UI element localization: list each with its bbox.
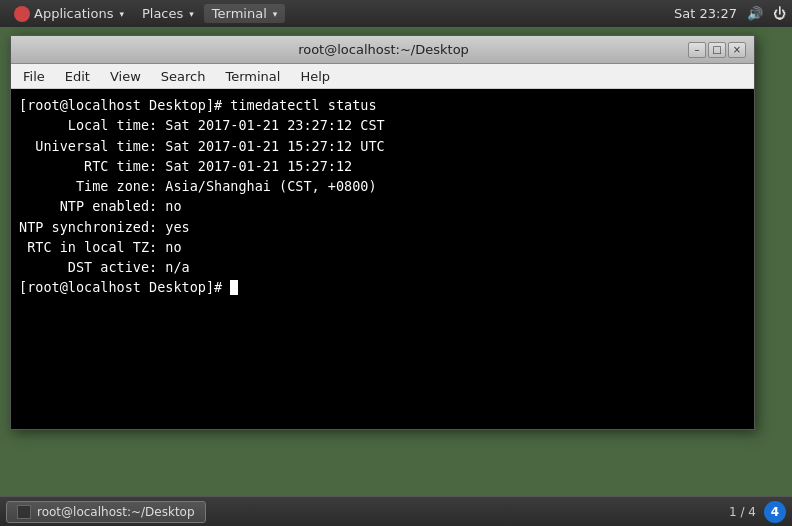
- close-button[interactable]: ×: [728, 42, 746, 58]
- terminal-label: Terminal: [212, 6, 267, 21]
- menu-edit[interactable]: Edit: [57, 67, 98, 86]
- menu-help[interactable]: Help: [292, 67, 338, 86]
- terminal-title: root@localhost:~/Desktop: [79, 42, 688, 57]
- power-icon[interactable]: ⏻: [773, 6, 786, 21]
- places-menu-button[interactable]: Places ▾: [134, 4, 202, 23]
- minimize-button[interactable]: –: [688, 42, 706, 58]
- taskbar: root@localhost:~/Desktop 1 / 4 4: [0, 496, 792, 526]
- volume-icon[interactable]: 🔊: [747, 6, 763, 21]
- top-bar-left: Applications ▾ Places ▾ Terminal ▾: [6, 4, 285, 24]
- menu-search[interactable]: Search: [153, 67, 214, 86]
- taskbar-terminal-icon: [17, 505, 31, 519]
- terminal-content[interactable]: [root@localhost Desktop]# timedatectl st…: [11, 89, 754, 429]
- taskbar-right: 1 / 4 4: [729, 501, 786, 523]
- top-bar-right: Sat 23:27 🔊 ⏻: [674, 6, 786, 21]
- taskbar-item-label: root@localhost:~/Desktop: [37, 505, 195, 519]
- datetime-display: Sat 23:27: [674, 6, 737, 21]
- terminal-menu-button[interactable]: Terminal ▾: [204, 4, 285, 23]
- applications-chevron: ▾: [119, 9, 124, 19]
- terminal-title-bar: root@localhost:~/Desktop – □ ×: [11, 36, 754, 64]
- close-icon: ×: [733, 44, 741, 55]
- terminal-line-0: [root@localhost Desktop]# timedatectl st…: [19, 95, 746, 115]
- maximize-icon: □: [712, 44, 721, 55]
- menu-terminal[interactable]: Terminal: [217, 67, 288, 86]
- terminal-cursor: [230, 280, 238, 295]
- terminal-line-3: RTC time: Sat 2017-01-21 15:27:12: [19, 156, 746, 176]
- terminal-line-1: Local time: Sat 2017-01-21 23:27:12 CST: [19, 115, 746, 135]
- places-label: Places: [142, 6, 183, 21]
- terminal-menu-bar: File Edit View Search Terminal Help: [11, 64, 754, 89]
- badge-count: 4: [771, 505, 779, 519]
- window-controls: – □ ×: [688, 42, 746, 58]
- terminal-prompt-line: [root@localhost Desktop]#: [19, 277, 746, 297]
- terminal-line-7: RTC in local TZ: no: [19, 237, 746, 257]
- terminal-line-4: Time zone: Asia/Shanghai (CST, +0800): [19, 176, 746, 196]
- taskbar-terminal-item[interactable]: root@localhost:~/Desktop: [6, 501, 206, 523]
- terminal-window: root@localhost:~/Desktop – □ × File Edit…: [10, 35, 755, 430]
- app-icon: [14, 6, 30, 22]
- terminal-line-5: NTP enabled: no: [19, 196, 746, 216]
- applications-label: Applications: [34, 6, 113, 21]
- minimize-icon: –: [695, 44, 700, 55]
- page-indicator: 1 / 4: [729, 505, 756, 519]
- app-menu-button[interactable]: Applications ▾: [6, 4, 132, 24]
- menu-view[interactable]: View: [102, 67, 149, 86]
- terminal-line-8: DST active: n/a: [19, 257, 746, 277]
- places-chevron: ▾: [189, 9, 194, 19]
- notification-badge[interactable]: 4: [764, 501, 786, 523]
- terminal-line-2: Universal time: Sat 2017-01-21 15:27:12 …: [19, 136, 746, 156]
- terminal-chevron: ▾: [273, 9, 278, 19]
- maximize-button[interactable]: □: [708, 42, 726, 58]
- top-system-bar: Applications ▾ Places ▾ Terminal ▾ Sat 2…: [0, 0, 792, 27]
- terminal-line-6: NTP synchronized: yes: [19, 217, 746, 237]
- menu-file[interactable]: File: [15, 67, 53, 86]
